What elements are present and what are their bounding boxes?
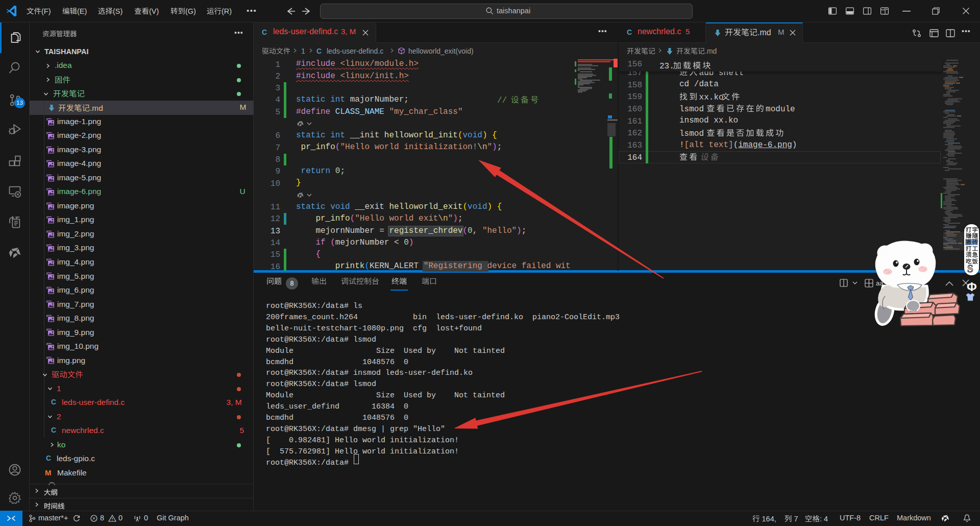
svg-text:23.: 23. xyxy=(659,62,674,71)
svg-text:xx.ko: xx.ko xyxy=(699,93,724,102)
svg-text:module: module xyxy=(766,105,795,114)
svg-text:.md: .md xyxy=(705,47,717,55)
svg-text:7: 7 xyxy=(792,515,798,523)
svg-text://: // xyxy=(497,96,512,105)
svg-text:lsmod: lsmod xyxy=(679,129,709,138)
svg-text:lsmod: lsmod xyxy=(679,105,709,114)
svg-text:(R): (R) xyxy=(222,7,232,15)
svg-text:(F): (F) xyxy=(41,7,51,15)
svg-text:(G): (G) xyxy=(185,7,196,15)
svg-text:: 4: : 4 xyxy=(820,515,828,523)
svg-text:.md: .md xyxy=(757,28,771,37)
svg-text:(E): (E) xyxy=(77,7,87,15)
svg-text:(S): (S) xyxy=(113,7,122,15)
svg-text:.md: .md xyxy=(90,104,103,112)
svg-text:164,: 164, xyxy=(760,515,778,523)
svg-text:(V): (V) xyxy=(149,7,159,15)
